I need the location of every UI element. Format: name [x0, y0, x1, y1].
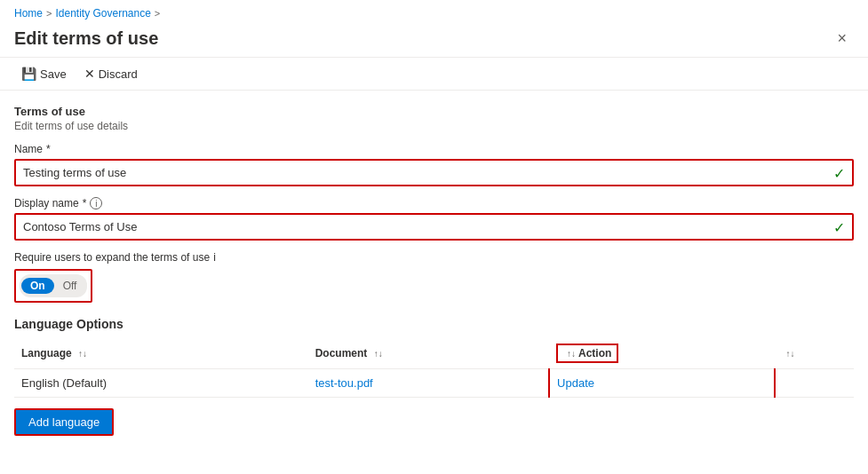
- toolbar: 💾 Save ✕ Discard: [0, 57, 868, 91]
- row-document: test-tou.pdf: [308, 369, 549, 398]
- col-document: Document ↑↓: [308, 338, 549, 369]
- breadcrumb-sep1: >: [46, 8, 52, 19]
- row-action: Update: [549, 369, 775, 398]
- row-language: English (Default): [14, 369, 308, 398]
- name-label: Name *: [14, 143, 854, 155]
- expand-info-icon[interactable]: i: [213, 251, 216, 264]
- row-extra: [775, 369, 854, 398]
- section-title: Terms of use: [14, 105, 854, 118]
- add-language-button[interactable]: Add language: [14, 408, 114, 436]
- save-icon: 💾: [21, 67, 36, 81]
- close-button[interactable]: ×: [830, 27, 854, 50]
- toggle-off-option[interactable]: Off: [54, 278, 86, 294]
- display-name-required: *: [83, 197, 87, 209]
- discard-button[interactable]: ✕ Discard: [77, 63, 145, 84]
- name-input-wrapper: ✓: [14, 159, 854, 186]
- extra-sort-icon[interactable]: ↑↓: [785, 350, 794, 358]
- language-sort-icon[interactable]: ↑↓: [78, 350, 87, 358]
- toggle-control[interactable]: On Off: [20, 274, 87, 297]
- expand-label: Require users to expand the terms of use…: [14, 251, 854, 264]
- col-action: ↑↓ Action: [549, 338, 775, 369]
- breadcrumb-sep2: >: [155, 8, 160, 19]
- name-field-group: Name * ✓: [14, 143, 854, 186]
- section-subtitle: Edit terms of use details: [14, 120, 854, 132]
- breadcrumb: Home > Identity Governance >: [0, 0, 868, 23]
- expand-toggle-group: Require users to expand the terms of use…: [14, 251, 854, 303]
- language-table: Language ↑↓ Document ↑↓ ↑↓ Action ↑↓: [14, 338, 854, 398]
- action-sort-icon[interactable]: ↑↓: [567, 350, 576, 358]
- action-header-wrapper: ↑↓ Action: [556, 344, 618, 363]
- display-name-info-icon[interactable]: i: [90, 197, 102, 209]
- discard-label: Discard: [99, 67, 138, 81]
- name-required: *: [46, 143, 51, 155]
- toggle-wrapper: On Off: [14, 269, 92, 303]
- document-link[interactable]: test-tou.pdf: [315, 376, 373, 390]
- display-name-field-group: Display name * i ✓: [14, 197, 854, 241]
- document-sort-icon[interactable]: ↑↓: [374, 350, 383, 358]
- display-name-check-icon: ✓: [833, 218, 845, 235]
- page-title: Edit terms of use: [14, 28, 158, 49]
- display-name-input[interactable]: [16, 215, 852, 239]
- page-header: Edit terms of use ×: [0, 23, 868, 57]
- display-name-input-wrapper: ✓: [14, 213, 854, 241]
- table-row: English (Default) test-tou.pdf Update: [14, 369, 854, 398]
- update-link[interactable]: Update: [557, 376, 594, 390]
- breadcrumb-governance[interactable]: Identity Governance: [55, 7, 150, 20]
- breadcrumb-home[interactable]: Home: [14, 7, 43, 20]
- save-label: Save: [40, 67, 67, 81]
- col-language: Language ↑↓: [14, 338, 308, 369]
- discard-icon: ✕: [84, 67, 95, 81]
- toggle-on-option[interactable]: On: [21, 278, 54, 294]
- name-input[interactable]: [16, 161, 852, 185]
- col-extra: ↑↓: [775, 338, 854, 369]
- content-area: Terms of use Edit terms of use details N…: [0, 91, 868, 450]
- save-button[interactable]: 💾 Save: [14, 63, 74, 84]
- name-check-icon: ✓: [833, 164, 845, 181]
- display-name-label: Display name * i: [14, 197, 854, 209]
- language-section-title: Language Options: [14, 317, 854, 331]
